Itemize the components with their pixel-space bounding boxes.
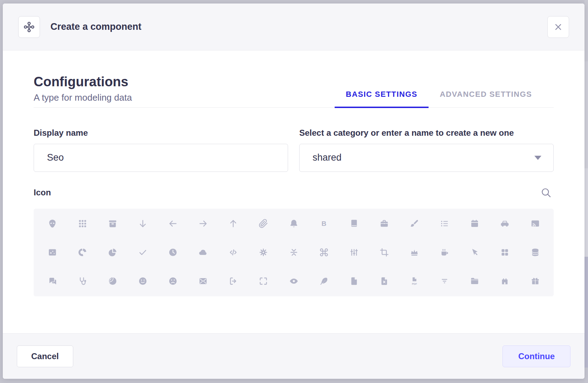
- discuss-icon[interactable]: [44, 273, 60, 289]
- cog-icon[interactable]: [255, 244, 272, 261]
- archive-icon[interactable]: [104, 216, 121, 232]
- code-icon[interactable]: [225, 244, 241, 261]
- display-name-field: Display name: [34, 128, 288, 172]
- calendar-icon[interactable]: [467, 216, 483, 232]
- svg-text:PDF: PDF: [412, 282, 417, 285]
- file-icon[interactable]: [346, 273, 362, 289]
- icon-grid-row: PDF: [44, 267, 543, 296]
- category-label: Select a category or enter a name to cre…: [299, 128, 554, 138]
- tab-advanced-settings[interactable]: ADVANCED SETTINGS: [429, 90, 543, 107]
- display-name-label: Display name: [34, 128, 288, 138]
- cancel-button[interactable]: Cancel: [17, 345, 73, 367]
- dialog-footer: Cancel Continue: [3, 333, 584, 379]
- dialog-title: Create a component: [50, 21, 537, 32]
- caret-down-icon: [534, 156, 541, 160]
- collapse-icon[interactable]: [286, 244, 302, 261]
- gift-icon[interactable]: [527, 273, 543, 289]
- close-button[interactable]: [547, 16, 569, 38]
- crop-icon[interactable]: [376, 244, 392, 261]
- connector-icon[interactable]: [346, 244, 362, 261]
- create-component-dialog: Create a component Configurations A type…: [3, 4, 584, 379]
- car-icon[interactable]: [497, 216, 513, 232]
- category-select[interactable]: shared: [299, 144, 554, 172]
- category-field: Select a category or enter a name to cre…: [299, 128, 554, 172]
- page-title: Configurations: [34, 74, 132, 90]
- crown-icon[interactable]: [406, 244, 423, 261]
- icon-search-button[interactable]: [539, 187, 554, 198]
- close-icon: [554, 22, 563, 32]
- doctor-icon[interactable]: [74, 273, 90, 289]
- icon-grid: BPDF: [34, 209, 554, 296]
- feather-icon[interactable]: [316, 273, 332, 289]
- page-subtitle: A type for modeling data: [34, 92, 132, 103]
- file-pdf-icon[interactable]: PDF: [406, 273, 423, 289]
- envelop-icon[interactable]: [195, 273, 211, 289]
- bell-icon[interactable]: [286, 216, 302, 232]
- file-error-icon[interactable]: [376, 273, 392, 289]
- briefcase-icon[interactable]: [376, 216, 392, 232]
- database-icon[interactable]: [527, 244, 543, 261]
- emotion-happy-icon[interactable]: [135, 273, 151, 289]
- filter-icon[interactable]: [437, 273, 453, 289]
- earth-icon[interactable]: [104, 273, 121, 289]
- cursor-icon[interactable]: [467, 244, 483, 261]
- continue-button[interactable]: Continue: [502, 345, 570, 367]
- folder-icon[interactable]: [467, 273, 483, 289]
- brush-icon[interactable]: [406, 216, 423, 232]
- dialog-header: Create a component: [3, 4, 584, 51]
- exit-icon[interactable]: [225, 273, 241, 289]
- gate-icon[interactable]: [497, 273, 513, 289]
- arrow-down-icon[interactable]: [135, 216, 151, 232]
- svg-text:B: B: [321, 220, 326, 227]
- component-icon: [18, 16, 40, 38]
- apps-icon[interactable]: [74, 216, 90, 232]
- arrow-right-icon[interactable]: [195, 216, 211, 232]
- clock-icon[interactable]: [165, 244, 181, 261]
- arrow-up-icon[interactable]: [225, 216, 241, 232]
- dialog-body: Configurations A type for modeling data …: [3, 51, 584, 333]
- category-selected-value: shared: [313, 152, 342, 163]
- icon-grid-row: B: [44, 209, 543, 238]
- dashboard-icon[interactable]: [497, 244, 513, 261]
- alien-icon[interactable]: [44, 216, 60, 232]
- icon-grid-row: [44, 238, 543, 267]
- cup-icon[interactable]: [437, 244, 453, 261]
- search-icon: [541, 187, 552, 198]
- tab-basic-settings[interactable]: BASIC SETTINGS: [335, 90, 429, 107]
- expand-icon[interactable]: [255, 273, 272, 289]
- check-icon[interactable]: [135, 244, 151, 261]
- display-name-input[interactable]: [34, 144, 288, 172]
- page-scrollbar[interactable]: [584, 0, 588, 383]
- chart-pie-icon[interactable]: [104, 244, 121, 261]
- bullet-list-icon[interactable]: [437, 216, 453, 232]
- chart-bubble-icon[interactable]: [44, 244, 60, 261]
- section-head: Configurations A type for modeling data …: [34, 74, 554, 108]
- bold-icon[interactable]: B: [316, 216, 332, 232]
- eye-icon[interactable]: [286, 273, 302, 289]
- form-row: Display name Select a category or enter …: [34, 128, 554, 172]
- cast-icon[interactable]: [527, 216, 543, 232]
- emotion-unhappy-icon[interactable]: [165, 273, 181, 289]
- icon-picker-section: Icon BPDF: [34, 187, 554, 296]
- command-icon[interactable]: [316, 244, 332, 261]
- cloud-icon[interactable]: [195, 244, 211, 261]
- settings-tabs: BASIC SETTINGS ADVANCED SETTINGS: [335, 90, 543, 107]
- book-icon[interactable]: [346, 216, 362, 232]
- chart-circle-icon[interactable]: [74, 244, 90, 261]
- attachment-icon[interactable]: [255, 216, 272, 232]
- arrow-left-icon[interactable]: [165, 216, 181, 232]
- icon-picker-label: Icon: [34, 188, 51, 197]
